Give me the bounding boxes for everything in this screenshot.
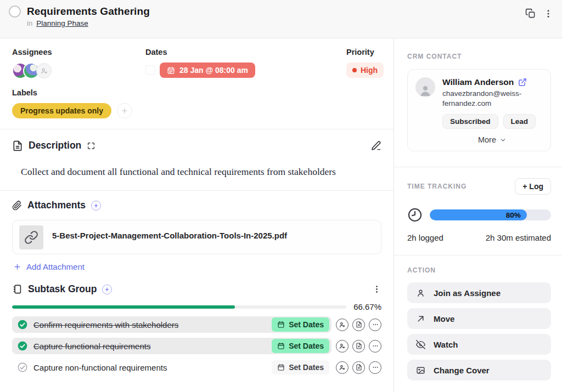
subtask-more-icon[interactable] <box>369 361 381 374</box>
time-tracking-label: TIME TRACKING <box>407 183 467 190</box>
subtask-group-heading: Subtask Group <box>28 283 97 295</box>
calendar-icon <box>167 66 175 75</box>
calendar-icon <box>277 321 285 328</box>
description-body[interactable]: Collect and document all functional and … <box>21 166 381 178</box>
subtask-row: Capture functional requirements Set Date… <box>12 338 381 354</box>
dates-label: Dates <box>145 48 346 56</box>
check-circle-icon[interactable] <box>17 319 28 330</box>
assignees-label: Assignees <box>12 48 145 56</box>
copy-icon[interactable] <box>525 8 536 19</box>
add-subtask-button[interactable] <box>102 285 112 294</box>
plus-icon <box>121 107 128 115</box>
breadcrumb-in-label: in <box>27 19 32 27</box>
page-title: Requirements Gathering <box>27 5 150 18</box>
task-header: Requirements Gathering in Planning Phase <box>0 0 562 38</box>
kebab-menu-icon[interactable] <box>543 9 553 19</box>
move-button[interactable]: Move <box>407 308 551 329</box>
person-plus-icon <box>40 67 48 75</box>
subtask-progress-percent: 66.67% <box>352 302 381 311</box>
change-cover-button[interactable]: Change Cover <box>407 360 551 380</box>
labels-label: Labels <box>12 88 381 97</box>
contact-avatar <box>415 77 435 97</box>
add-label-button[interactable] <box>117 103 132 118</box>
attachment-thumbnail <box>19 225 43 249</box>
subtask-title[interactable]: Capture non-functional requirements <box>33 363 167 372</box>
plus-icon <box>93 203 99 208</box>
priority-label: Priority <box>346 48 381 56</box>
status-badge[interactable]: Subscribed <box>442 114 498 129</box>
add-attachment-plus-button[interactable] <box>91 201 101 211</box>
subtask-kebab-icon[interactable] <box>372 285 381 294</box>
assign-subtask-icon[interactable] <box>336 340 349 353</box>
subtask-more-icon[interactable] <box>369 319 381 331</box>
crm-more-toggle[interactable]: More <box>442 135 542 144</box>
attachment-filename: 5-Best-Project-Management-Collaboration-… <box>52 231 287 240</box>
arrow-up-right-icon <box>416 314 425 323</box>
set-dates-button[interactable]: Set Dates <box>272 317 329 332</box>
description-heading: Description <box>29 140 81 151</box>
add-attachment-link[interactable]: Add Attachment <box>13 262 85 271</box>
priority-value: High <box>361 66 378 75</box>
external-link-icon[interactable] <box>518 78 527 87</box>
subtask-progress-bar <box>12 305 346 309</box>
time-logged: 2h logged <box>407 233 443 242</box>
assign-subtask-icon[interactable] <box>336 319 349 331</box>
assign-subtask-icon[interactable] <box>336 361 349 374</box>
subtask-more-icon[interactable] <box>369 340 381 353</box>
attachment-item[interactable]: 5-Best-Project-Management-Collaboration-… <box>12 220 381 254</box>
subtask-doc-icon[interactable] <box>352 340 365 353</box>
eye-off-icon <box>416 340 425 349</box>
edit-pencil-icon[interactable] <box>371 140 381 151</box>
link-icon <box>24 230 38 245</box>
crm-contact-label: CRM CONTACT <box>407 53 551 60</box>
right-sidebar: CRM CONTACT William Anderson chavezbrand… <box>394 38 562 392</box>
clock-icon <box>407 207 423 223</box>
log-time-button[interactable]: + Log <box>515 178 551 195</box>
watch-button[interactable]: Watch <box>407 334 551 355</box>
set-dates-button[interactable]: Set Dates <box>272 360 329 374</box>
subtask-title[interactable]: Capture functional requirements <box>33 342 150 351</box>
time-progress-bar: 80% <box>430 209 551 220</box>
subtask-title[interactable]: Confirm requirements with stakeholders <box>33 320 178 329</box>
breadcrumb-list-link[interactable]: Planning Phase <box>36 19 88 27</box>
due-date-pill[interactable]: 28 Jan @ 08:00 am <box>160 63 255 78</box>
status-badge[interactable]: Lead <box>503 114 536 129</box>
check-circle-outline-icon[interactable] <box>17 362 28 373</box>
expand-icon[interactable] <box>87 141 95 150</box>
task-detail-panel: Assignees Dates 28 Jan @ 08:00 am <box>0 38 394 392</box>
image-card-icon <box>416 366 425 375</box>
calendar-icon <box>277 342 285 350</box>
subtask-row: Confirm requirements with stakeholders S… <box>12 316 381 333</box>
plus-icon <box>13 263 21 271</box>
action-label: ACTION <box>407 266 551 274</box>
chevron-down-icon <box>499 137 507 144</box>
subtask-doc-icon[interactable] <box>352 319 365 331</box>
priority-dot-icon <box>352 68 357 72</box>
document-icon <box>12 140 23 151</box>
person-silhouette-icon <box>418 84 432 97</box>
date-checkbox[interactable] <box>145 65 155 75</box>
add-assignee-button[interactable] <box>36 63 52 78</box>
check-circle-icon[interactable] <box>17 340 28 351</box>
label-pill[interactable]: Progress updates only <box>12 103 111 118</box>
plus-icon <box>104 287 110 292</box>
calendar-icon <box>277 363 285 371</box>
contact-name: William Anderson <box>442 77 514 87</box>
time-progress-percent: 80% <box>506 211 527 219</box>
notebook-icon <box>12 284 23 294</box>
crm-contact-card: William Anderson chavezbrandon@weiss-fer… <box>407 69 551 151</box>
person-icon <box>416 288 425 298</box>
set-dates-button[interactable]: Set Dates <box>272 339 329 353</box>
join-as-assignee-button[interactable]: Join as Assignee <box>407 282 551 303</box>
breadcrumb: in Planning Phase <box>27 19 553 27</box>
subtask-row: Capture non-functional requirements Set … <box>12 359 381 376</box>
subtask-progress-fill <box>12 305 235 309</box>
subtask-doc-icon[interactable] <box>352 361 365 374</box>
time-estimated: 2h 30m estimated <box>486 233 551 242</box>
paperclip-icon <box>12 201 22 211</box>
contact-email[interactable]: chavezbrandon@weiss-fernandez.com <box>442 89 542 108</box>
assignee-avatars <box>12 63 145 79</box>
priority-pill[interactable]: High <box>346 63 384 78</box>
task-status-circle[interactable] <box>9 5 21 18</box>
due-date-text: 28 Jan @ 08:00 am <box>179 66 248 75</box>
